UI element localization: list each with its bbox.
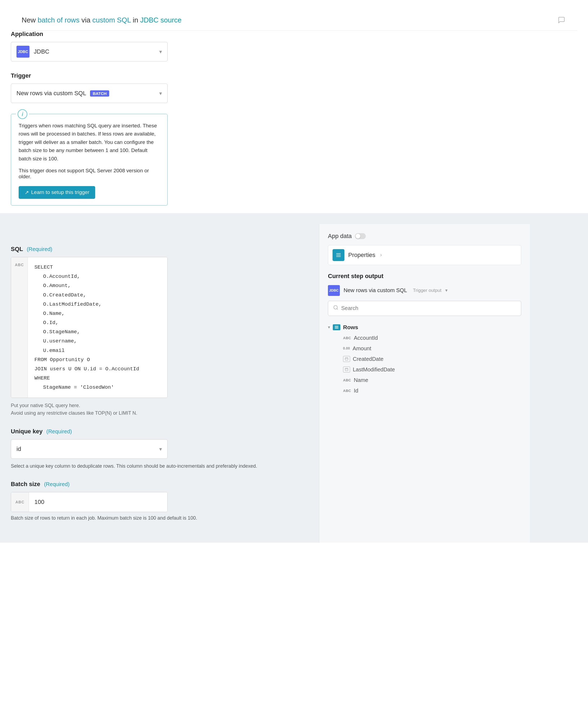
tree-children: ABC AccountId 0.00 Amount xyxy=(328,333,521,396)
code-line-stagename: O.StageName, xyxy=(34,327,161,336)
unique-key-section: Unique key (Required) id ▾ Select a uniq… xyxy=(11,428,308,470)
trigger-label: Trigger xyxy=(11,72,577,79)
title-link-jdbc[interactable]: JDBC source xyxy=(140,16,182,24)
code-line-name: O.Name, xyxy=(34,309,161,318)
field-row-createddate: CreatedDate xyxy=(343,354,521,364)
properties-row[interactable]: Properties › xyxy=(328,245,521,265)
svg-rect-0 xyxy=(336,253,341,254)
title-link-sql[interactable]: custom SQL xyxy=(92,16,131,24)
rows-label: Rows xyxy=(343,324,358,330)
app-data-section: App data Properties › xyxy=(328,233,521,265)
data-tree: ▾ Rows xyxy=(328,322,521,396)
abc-label: ABC xyxy=(15,263,24,267)
application-label: Application xyxy=(11,30,577,38)
field-name-lastmodifieddate: LastModifiedDate xyxy=(353,367,395,373)
step-name: New rows via custom SQL xyxy=(343,287,407,293)
sql-required: (Required) xyxy=(27,246,52,252)
application-dropdown-arrow: ▾ xyxy=(159,48,162,55)
batch-size-required: (Required) xyxy=(44,481,69,487)
app-data-toggle[interactable] xyxy=(355,233,366,239)
rows-tree-icon xyxy=(333,324,340,330)
properties-arrow: › xyxy=(380,252,382,258)
batch-size-section: Batch size (Required) ABC Batch size of … xyxy=(11,481,308,521)
sql-section: SQL (Required) ABC SELECT O.AccountId, O… xyxy=(11,246,308,417)
batch-badge: BATCH xyxy=(90,90,109,97)
sql-editor[interactable]: ABC SELECT O.AccountId, O.Amount, O.Crea… xyxy=(11,257,168,398)
bottom-area: SQL (Required) ABC SELECT O.AccountId, O… xyxy=(0,213,588,543)
current-step-title: Current step output xyxy=(328,273,521,280)
sql-hint-1: Put your native SQL query here. xyxy=(11,402,308,410)
learn-label: Learn to setup this trigger xyxy=(31,189,89,195)
unique-key-hint: Select a unique key column to deduplicat… xyxy=(11,463,308,470)
svg-rect-5 xyxy=(335,326,338,327)
code-area[interactable]: SELECT O.AccountId, O.Amount, O.CreatedD… xyxy=(28,257,167,397)
svg-rect-2 xyxy=(336,257,341,257)
field-row-accountid: ABC AccountId xyxy=(343,333,521,343)
svg-rect-1 xyxy=(336,255,341,255)
app-data-title: App data xyxy=(328,233,352,240)
properties-icon xyxy=(333,249,344,261)
code-line-from: FROM Opportunity O xyxy=(34,355,161,364)
batch-size-input[interactable] xyxy=(29,492,167,512)
trigger-output-arrow[interactable]: ▾ xyxy=(445,288,448,293)
info-box: i Triggers when rows matching SQL query … xyxy=(11,114,168,206)
date-icon-lastmodifieddate xyxy=(343,367,350,372)
line-gutter: ABC xyxy=(11,257,28,397)
comment-icon[interactable] xyxy=(556,15,566,25)
trigger-content: New rows via custom SQL BATCH xyxy=(17,90,159,97)
step-output-row: JDBC New rows via custom SQL Trigger out… xyxy=(328,285,521,296)
code-line-select: SELECT xyxy=(34,263,161,272)
code-line-email: U.email xyxy=(34,346,161,355)
code-line-createddate: O.CreatedDate, xyxy=(34,290,161,300)
batch-input-wrap: ABC xyxy=(11,492,168,512)
title-prefix: New xyxy=(22,16,38,24)
unique-key-required: (Required) xyxy=(46,428,72,434)
unique-key-arrow: ▾ xyxy=(159,446,162,452)
unique-key-value: id xyxy=(17,446,159,452)
search-input[interactable] xyxy=(341,305,516,311)
tree-expand-icon[interactable]: ▾ xyxy=(328,325,330,330)
type-badge-name: ABC xyxy=(343,378,351,382)
application-select[interactable]: JDBC JDBC ▾ xyxy=(11,42,168,61)
header-title: New batch of rows via custom SQL in JDBC… xyxy=(22,16,182,24)
code-line-id: O.Id, xyxy=(34,318,161,327)
title-link-batch[interactable]: batch of rows xyxy=(38,16,80,24)
trigger-select[interactable]: New rows via custom SQL BATCH ▾ xyxy=(11,84,168,103)
type-badge-accountid: ABC xyxy=(343,336,351,340)
application-value: JDBC xyxy=(34,48,49,55)
bottom-left: SQL (Required) ABC SELECT O.AccountId, O… xyxy=(0,224,319,543)
sql-hint-2: Avoid using any restrictive clauses like… xyxy=(11,409,308,417)
type-badge-id: ABC xyxy=(343,389,351,393)
info-text-2: This trigger does not support SQL Server… xyxy=(19,168,160,180)
field-row-lastmodifieddate: LastModifiedDate xyxy=(343,364,521,375)
batch-size-label: Batch size (Required) xyxy=(11,481,308,488)
learn-button[interactable]: ↗ Learn to setup this trigger xyxy=(19,186,95,199)
sql-editor-inner: ABC SELECT O.AccountId, O.Amount, O.Crea… xyxy=(11,257,167,397)
learn-icon: ↗ xyxy=(25,189,29,196)
trigger-value: New rows via custom SQL xyxy=(17,90,86,97)
svg-line-4 xyxy=(337,309,338,310)
type-badge-amount: 0.00 xyxy=(343,347,350,350)
title-in: in xyxy=(133,16,140,24)
code-line-lastmodified: O.LastModifiedDate, xyxy=(34,300,161,309)
unique-key-select[interactable]: id ▾ xyxy=(11,439,168,459)
sql-label: SQL (Required) xyxy=(11,246,308,253)
top-area: New batch of rows via custom SQL in JDBC… xyxy=(0,0,588,213)
unique-key-label: Unique key (Required) xyxy=(11,428,308,435)
field-name-id: Id xyxy=(354,388,358,394)
list-icon xyxy=(336,252,341,258)
header: New batch of rows via custom SQL in JDBC… xyxy=(11,7,577,30)
jdbc-small-logo: JDBC xyxy=(328,285,340,296)
svg-rect-8 xyxy=(345,358,348,360)
right-panel: App data Properties › xyxy=(319,224,530,543)
rows-parent-row: ▾ Rows xyxy=(328,322,521,333)
field-name-name: Name xyxy=(354,377,368,383)
svg-rect-7 xyxy=(335,328,338,329)
code-line-accountid: O.AccountId, xyxy=(34,272,161,281)
jdbc-logo: JDBC xyxy=(17,46,29,58)
calendar-icon-1 xyxy=(344,357,349,361)
svg-rect-6 xyxy=(335,327,338,328)
calendar-icon-2 xyxy=(344,368,349,371)
field-name-amount: Amount xyxy=(353,345,371,352)
properties-label: Properties xyxy=(348,251,375,259)
